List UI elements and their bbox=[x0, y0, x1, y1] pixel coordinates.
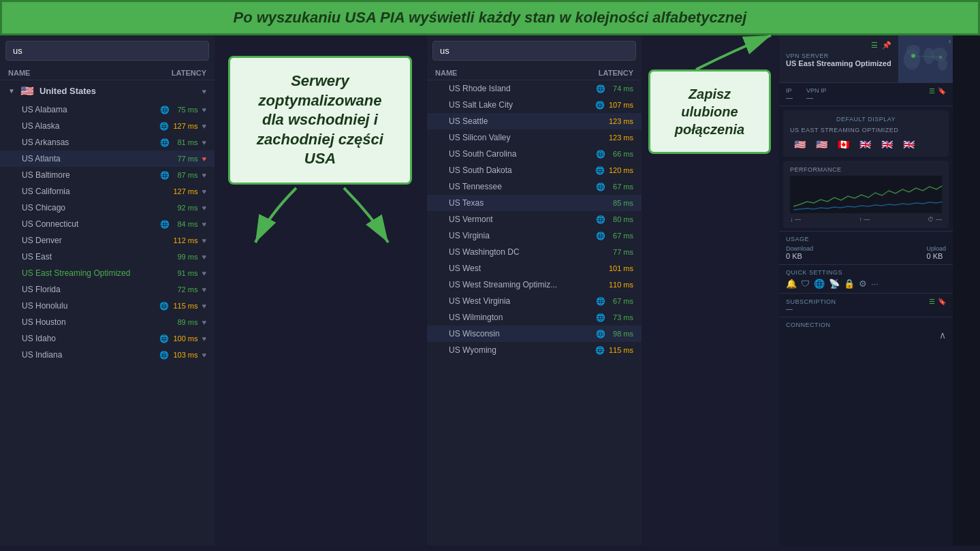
quick-settings-section: QUICK SETTINGS 🔔 🛡 🌐 📡 🔒 ⚙ ··· bbox=[779, 264, 953, 293]
list-item[interactable]: US Florida 72 ms ♥ bbox=[0, 281, 215, 298]
list-item[interactable]: US Arkansas 🌐 81 ms ♥ bbox=[0, 134, 215, 151]
search-bar-middle[interactable]: us bbox=[432, 41, 636, 61]
chevron-up-icon[interactable]: ∧ bbox=[939, 330, 946, 341]
flag-ca[interactable]: 🇨🇦 bbox=[834, 138, 853, 151]
lock-icon[interactable]: 🔒 bbox=[844, 279, 855, 289]
list-item[interactable]: US Vermont 🌐 80 ms bbox=[427, 211, 642, 227]
gear-icon[interactable]: ⚙ bbox=[859, 279, 867, 289]
pin-icon[interactable]: 📌 bbox=[882, 41, 891, 50]
time-stat: ⏱ — bbox=[928, 216, 942, 223]
list-item[interactable]: US Tennessee 🌐 67 ms bbox=[427, 178, 642, 195]
list-item[interactable]: US Idaho 🌐 100 ms ♥ bbox=[0, 330, 215, 347]
server-name: US California bbox=[22, 187, 169, 196]
globe-icon: 🌐 bbox=[595, 101, 605, 110]
list-item[interactable]: US Honolulu 🌐 115 ms ♥ bbox=[0, 298, 215, 314]
list-item[interactable]: US West 101 ms bbox=[427, 260, 642, 277]
latency: 77 ms bbox=[610, 248, 633, 256]
streaming-label: US EAST STREAMING OPTIMIZED bbox=[790, 127, 942, 133]
sub-bookmark-icon[interactable]: 🔖 bbox=[938, 298, 946, 305]
list-item[interactable]: US Chicago 92 ms ♥ bbox=[0, 200, 215, 216]
list-item[interactable]: US Alabama 🌐 75 ms ♥ bbox=[0, 101, 215, 118]
server-name: US Alaska bbox=[22, 121, 155, 131]
list-item[interactable]: US Indiana 🌐 103 ms ♥ bbox=[0, 347, 215, 363]
globe-icon: 🌐 bbox=[595, 166, 605, 175]
expand-icon[interactable]: › bbox=[949, 37, 951, 45]
col-latency-middle: Latency bbox=[599, 69, 633, 77]
list-item[interactable]: US Seattle 123 ms bbox=[427, 113, 642, 129]
header-banner: Po wyszukaniu USA PIA wyświetli każdy st… bbox=[0, 0, 980, 35]
search-input-left[interactable]: us bbox=[13, 46, 202, 56]
server-name: US Atlanta bbox=[22, 154, 170, 163]
list-item[interactable]: US West Virginia 🌐 67 ms bbox=[427, 293, 642, 309]
heart-icon: ♥ bbox=[202, 318, 206, 326]
list-item[interactable]: US Houston 89 ms ♥ bbox=[0, 314, 215, 330]
heart-icon: ♥ bbox=[202, 138, 206, 146]
flag-gb-2[interactable]: 🇬🇧 bbox=[877, 138, 896, 151]
globe-icon: 🌐 bbox=[596, 215, 605, 224]
usage-row: Download 0 KB Upload 0 KB bbox=[786, 245, 946, 260]
flag-us-2[interactable]: 🇺🇸 bbox=[812, 138, 831, 151]
gap-area-1: Serwery zoptymalizowane dla wschodniej i… bbox=[215, 35, 426, 546]
flag-gb-3[interactable]: 🇬🇧 bbox=[899, 138, 918, 151]
menu-icon[interactable]: ☰ bbox=[871, 41, 878, 50]
notification-icon[interactable]: 🔔 bbox=[786, 279, 797, 289]
list-item[interactable]: US Wisconsin 🌐 98 ms bbox=[427, 326, 642, 342]
ip-item: IP — bbox=[786, 87, 793, 101]
upload-value: 0 KB bbox=[926, 252, 946, 260]
heart-icon: ♥ bbox=[202, 122, 206, 130]
list-item[interactable]: US South Carolina 🌐 66 ms bbox=[427, 146, 642, 162]
heart-icon: ♥ bbox=[202, 285, 206, 294]
globe-settings-icon[interactable]: 🌐 bbox=[814, 279, 825, 289]
server-list-left[interactable]: ▼ 🇺🇸 United States ♥ US Alabama 🌐 75 ms … bbox=[0, 80, 215, 546]
list-item[interactable]: US Connecticut 🌐 84 ms ♥ bbox=[0, 216, 215, 232]
latency: 80 ms bbox=[610, 215, 633, 223]
list-item[interactable]: US Silicon Valley 123 ms bbox=[427, 129, 642, 146]
list-item[interactable]: US South Dakota 🌐 120 ms bbox=[427, 162, 642, 178]
server-name: US Indiana bbox=[22, 350, 155, 360]
list-item[interactable]: US East 99 ms ♥ bbox=[0, 249, 215, 265]
server-group-us[interactable]: ▼ 🇺🇸 United States ♥ bbox=[0, 80, 215, 101]
usage-section: USAGE Download 0 KB Upload 0 KB bbox=[779, 231, 953, 264]
search-input-middle[interactable]: us bbox=[440, 46, 629, 56]
globe-icon: 🌐 bbox=[159, 351, 169, 360]
list-item[interactable]: US Atlanta 77 ms ♥ bbox=[0, 151, 215, 167]
more-icon[interactable]: ··· bbox=[871, 279, 879, 289]
network-icon[interactable]: 📡 bbox=[829, 279, 840, 289]
server-list-middle[interactable]: US Rhode Island 🌐 74 ms US Salt Lake Cit… bbox=[427, 80, 642, 546]
server-name: US Rhode Island bbox=[449, 84, 592, 93]
heart-icon: ♥ bbox=[202, 253, 206, 261]
flag-gb-1[interactable]: 🇬🇧 bbox=[855, 138, 874, 151]
list-item[interactable]: US Alaska 🌐 127 ms ♥ bbox=[0, 118, 215, 134]
shield-icon[interactable]: 🛡 bbox=[801, 279, 810, 289]
heart-icon: ♥ bbox=[202, 171, 206, 179]
list-item[interactable]: US Baltimore 🌐 87 ms ♥ bbox=[0, 167, 215, 183]
heart-icon: ♥ bbox=[202, 302, 206, 310]
gap-area-3 bbox=[953, 35, 980, 546]
list-item[interactable]: US Washington DC 77 ms bbox=[427, 244, 642, 260]
list-item[interactable]: US Salt Lake City 🌐 107 ms bbox=[427, 97, 642, 113]
globe-icon: 🌐 bbox=[595, 346, 605, 355]
list-item[interactable]: US Virginia 🌐 67 ms bbox=[427, 227, 642, 244]
list-item[interactable]: US California 127 ms ♥ bbox=[0, 183, 215, 200]
list-item[interactable]: US Denver 112 ms ♥ bbox=[0, 232, 215, 249]
list-item[interactable]: US Texas 85 ms bbox=[427, 195, 642, 211]
latency: 98 ms bbox=[610, 330, 633, 338]
search-bar-left[interactable]: us bbox=[5, 41, 209, 61]
server-name: US South Dakota bbox=[449, 166, 591, 175]
latency: 84 ms bbox=[174, 220, 197, 228]
list-item[interactable]: US Rhode Island 🌐 74 ms bbox=[427, 80, 642, 97]
bookmark-icon[interactable]: 🔖 bbox=[938, 87, 946, 101]
list-item[interactable]: US Wilmington 🌐 73 ms bbox=[427, 309, 642, 326]
list-item[interactable]: US Wyoming 🌐 115 ms bbox=[427, 342, 642, 358]
flag-row: 🇺🇸 🇺🇸 🇨🇦 🇬🇧 🇬🇧 🇬🇧 bbox=[790, 138, 942, 151]
globe-icon: 🌐 bbox=[160, 220, 170, 229]
globe-icon: 🌐 bbox=[596, 150, 605, 159]
latency: 123 ms bbox=[609, 117, 633, 125]
list-item[interactable]: US West Streaming Optimiz... 110 ms bbox=[427, 277, 642, 293]
sub-list-icon[interactable]: ☰ bbox=[929, 298, 935, 305]
flag-us-1[interactable]: 🇺🇸 bbox=[790, 138, 809, 151]
server-name: US Vermont bbox=[449, 215, 592, 224]
list-icon[interactable]: ☰ bbox=[929, 87, 935, 101]
list-item[interactable]: US East Streaming Optimized 91 ms ♥ bbox=[0, 265, 215, 281]
vpn-ip-value: — bbox=[806, 94, 827, 101]
